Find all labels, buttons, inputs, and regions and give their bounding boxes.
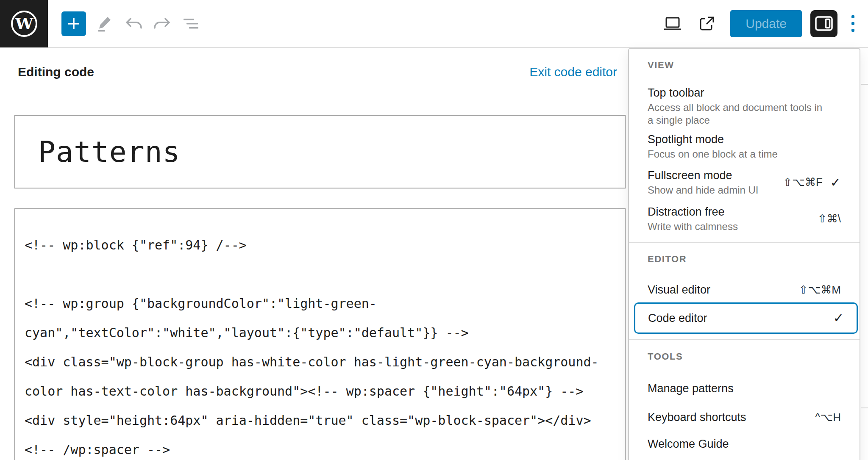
menu-item-meta: ⇧⌥⌘M [799, 283, 841, 297]
shortcut-label: ⇧⌥⌘F [783, 176, 823, 189]
list-view-icon [181, 15, 201, 33]
menu-item-top-toolbar[interactable]: Top toolbar Access all block and documen… [648, 86, 841, 127]
code-line: <div style="height:64px" aria-hidden="tr… [25, 406, 609, 435]
menu-item-meta: ^⌥H [815, 411, 841, 424]
menu-item-text: Distraction free Write with calmness [648, 205, 738, 233]
view-post-button[interactable] [696, 14, 717, 34]
menu-item-text: Top toolbar Access all block and documen… [648, 86, 830, 127]
menu-section-view: VIEW Top toolbar Access all block and do… [629, 49, 860, 242]
toolbar-left-tools [61, 11, 201, 36]
kebab-dot [851, 29, 854, 32]
redo-button[interactable] [152, 14, 172, 34]
code-line: <!-- /wp:spacer --> [25, 435, 609, 460]
menu-item-label: Distraction free [648, 205, 738, 219]
shortcut-label: ⇧⌥⌘M [799, 283, 841, 297]
menu-item-welcome-guide[interactable]: Welcome Guide [648, 437, 841, 451]
sidebar-edge-divider [861, 407, 868, 408]
list-view-button[interactable] [181, 14, 201, 34]
menu-section-editor: EDITOR Visual editor ⇧⌥⌘M Code editor ✓ [629, 243, 860, 339]
menu-item-text: Spotlight mode Focus on one block at a t… [648, 132, 778, 161]
menu-item-label: Visual editor [648, 283, 710, 297]
code-editor-textarea[interactable]: <!-- wp:block {"ref":94} /--> <!-- wp:gr… [14, 208, 626, 460]
menu-item-meta: ⇧⌘\ [818, 212, 841, 225]
menu-item-help: Write with calmness [648, 220, 738, 233]
sidebar-edge-divider [861, 84, 868, 85]
menu-item-code-editor[interactable]: Code editor ✓ [634, 302, 858, 334]
section-title-editor: EDITOR [648, 253, 841, 265]
menu-item-help: Access all block and document tools in a… [648, 101, 830, 127]
menu-item-label: Top toolbar [648, 86, 830, 100]
check-icon: ✓ [830, 176, 841, 189]
code-line: <div class="wp-block-group has-white-col… [25, 347, 609, 377]
top-toolbar: W [0, 0, 868, 48]
editing-code-label: Editing code [18, 65, 94, 79]
menu-item-spotlight-mode[interactable]: Spotlight mode Focus on one block at a t… [648, 132, 841, 161]
menu-item-meta: ✓ [833, 312, 844, 324]
menu-item-visual-editor[interactable]: Visual editor ⇧⌥⌘M [648, 283, 841, 297]
toolbar-right-tools: Update [662, 10, 860, 37]
menu-item-text: Fullscreen mode Show and hide admin UI [648, 168, 759, 197]
sidebar-panel-icon [815, 16, 833, 32]
post-title-value: Patterns [38, 135, 181, 169]
preview-button[interactable] [662, 14, 683, 34]
menu-item-manage-patterns[interactable]: Manage patterns [648, 381, 841, 396]
menu-item-label: Spotlight mode [648, 132, 778, 147]
tools-button[interactable] [95, 14, 115, 34]
options-menu-popover: VIEW Top toolbar Access all block and do… [628, 48, 860, 460]
options-menu-button[interactable] [845, 12, 860, 36]
menu-section-tools: TOOLS Manage patterns Keyboard shortcuts… [629, 340, 860, 460]
code-line: <!-- wp:block {"ref":94} /--> [25, 230, 609, 260]
menu-item-label: Keyboard shortcuts [648, 410, 746, 424]
menu-item-label: Welcome Guide [648, 437, 729, 451]
menu-item-help: Focus on one block at a time [648, 148, 778, 161]
post-title-input[interactable]: Patterns [14, 115, 626, 188]
svg-text:W: W [14, 14, 33, 33]
menu-item-label: Code editor [648, 311, 707, 325]
plus-icon [64, 14, 84, 34]
laptop-icon [662, 14, 683, 33]
menu-item-distraction-free[interactable]: Distraction free Write with calmness ⇧⌘\ [648, 205, 841, 233]
kebab-dot [851, 15, 854, 18]
kebab-dot [851, 22, 854, 25]
menu-item-fullscreen-mode[interactable]: Fullscreen mode Show and hide admin UI ⇧… [648, 168, 841, 197]
menu-item-meta: ⇧⌥⌘F ✓ [783, 176, 841, 189]
block-inserter-button[interactable] [61, 11, 86, 36]
pencil-icon [95, 14, 114, 33]
menu-item-label: Fullscreen mode [648, 168, 759, 183]
wordpress-logo-icon: W [10, 10, 38, 38]
external-link-icon [697, 14, 716, 33]
undo-icon [124, 15, 143, 32]
shortcut-label: ^⌥H [815, 411, 841, 424]
section-title-view: VIEW [648, 59, 841, 71]
exit-code-editor-link[interactable]: Exit code editor [529, 65, 617, 79]
settings-sidebar-toggle[interactable] [810, 10, 837, 37]
shortcut-label: ⇧⌘\ [818, 212, 841, 225]
code-line: color has-text-color has-background"><!-… [25, 377, 609, 406]
wordpress-logo[interactable]: W [0, 0, 48, 47]
code-line: <!-- wp:group {"backgroundColor":"light-… [25, 289, 609, 318]
menu-item-keyboard-shortcuts[interactable]: Keyboard shortcuts ^⌥H [648, 410, 841, 424]
code-line: cyan","textColor":"white","layout":{"typ… [25, 318, 609, 347]
menu-item-help: Show and hide admin UI [648, 184, 759, 197]
check-icon: ✓ [833, 312, 844, 324]
section-title-tools: TOOLS [648, 351, 841, 363]
menu-item-label: Manage patterns [648, 381, 734, 396]
undo-button[interactable] [123, 14, 144, 34]
code-line [25, 260, 609, 289]
code-editor-header: Editing code Exit code editor [18, 63, 617, 81]
update-button[interactable]: Update [730, 10, 802, 37]
redo-icon [153, 15, 172, 32]
